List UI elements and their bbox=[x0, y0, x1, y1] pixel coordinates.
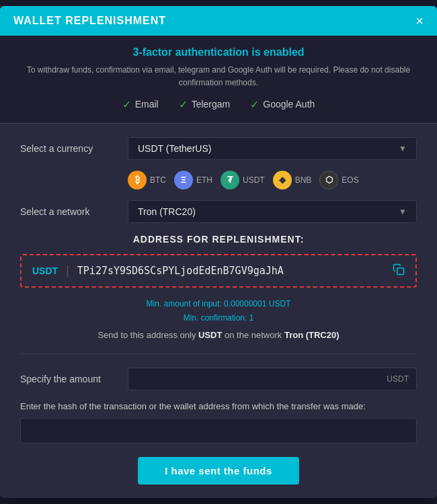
address-section-title: ADDRESS FOR REPLENISHMENT: bbox=[20, 234, 417, 245]
currency-icon-eth[interactable]: Ξ ETH bbox=[174, 171, 212, 190]
currency-icons: ₿ BTC Ξ ETH ₮ USDT ◆ BNB ⬡ EOS bbox=[128, 171, 417, 190]
send-notice-prefix: Send to this address only bbox=[97, 330, 198, 340]
currency-icon-eos[interactable]: ⬡ EOS bbox=[319, 171, 358, 190]
currency-icon-bnb[interactable]: ◆ BNB bbox=[273, 171, 312, 190]
coin-bnb-label: BNB bbox=[295, 175, 312, 185]
network-dropdown[interactable]: Tron (TRC20) ▼ bbox=[128, 200, 417, 223]
min-info: Min. amount of input: 0.00000001 USDT Mi… bbox=[20, 297, 417, 326]
currency-chevron-icon: ▼ bbox=[399, 144, 407, 153]
coin-usdt-circle: ₮ bbox=[221, 171, 239, 190]
copy-icon[interactable] bbox=[393, 263, 405, 278]
amount-input-wrapper: USDT bbox=[128, 368, 417, 390]
coin-eos-label: EOS bbox=[342, 175, 358, 185]
auth-method-googleauth: ✓ Google Auth bbox=[250, 98, 315, 111]
svg-rect-0 bbox=[397, 267, 404, 274]
amount-suffix: USDT bbox=[387, 374, 409, 384]
currency-label: Select a currency bbox=[20, 143, 128, 154]
auth-method-telegram: ✓ Telergam bbox=[179, 98, 231, 111]
send-notice: Send to this address only USDT on the ne… bbox=[20, 330, 417, 340]
address-box: USDT | TPi27sY9SD6SCsPYLjodEdEnB7GV9gaJh… bbox=[20, 254, 417, 288]
auth-title: 3-factor authentication is enabled bbox=[20, 46, 417, 58]
network-row: Select a network Tron (TRC20) ▼ bbox=[20, 200, 417, 223]
coin-eth-label: ETH bbox=[196, 175, 212, 185]
network-label: Select a network bbox=[20, 206, 128, 217]
currency-selected: USDT (TetherUS) bbox=[138, 143, 211, 154]
min-input-text: Min. amount of input: 0.00000001 USDT bbox=[20, 297, 417, 312]
send-network: Tron (TRC20) bbox=[284, 330, 340, 340]
auth-methods: ✓ Email ✓ Telergam ✓ Google Auth bbox=[20, 98, 417, 111]
auth-description: To withdraw funds, confirmation via emai… bbox=[20, 64, 417, 89]
address-divider: | bbox=[66, 263, 69, 278]
send-notice-mid: on the network bbox=[222, 330, 284, 340]
auth-method-googleauth-label: Google Auth bbox=[263, 99, 315, 110]
amount-input[interactable] bbox=[128, 368, 417, 390]
currency-dropdown[interactable]: USDT (TetherUS) ▼ bbox=[128, 137, 417, 160]
submit-button[interactable]: I have sent the funds bbox=[138, 457, 299, 485]
min-confirmation-text: Min. confirmation: 1 bbox=[20, 311, 417, 326]
hash-label: Enter the hash of the transaction or the… bbox=[20, 401, 417, 411]
modal-header: WALLET REPLENISHMENT × bbox=[0, 6, 437, 36]
hash-input[interactable] bbox=[20, 418, 417, 444]
coin-btc-label: BTC bbox=[150, 175, 166, 185]
close-button[interactable]: × bbox=[415, 14, 424, 28]
modal-title: WALLET REPLENISHMENT bbox=[13, 15, 166, 27]
currency-icon-usdt[interactable]: ₮ USDT bbox=[221, 171, 265, 190]
send-currency: USDT bbox=[198, 330, 222, 340]
divider bbox=[20, 353, 417, 354]
check-icon-googleauth: ✓ bbox=[250, 98, 259, 111]
coin-usdt-label: USDT bbox=[243, 175, 265, 185]
amount-row: Specify the amount USDT bbox=[20, 368, 417, 390]
coin-eos-circle: ⬡ bbox=[319, 171, 338, 190]
wallet-replenishment-modal: WALLET REPLENISHMENT × 3-factor authenti… bbox=[0, 6, 437, 498]
currency-row: Select a currency USDT (TetherUS) ▼ bbox=[20, 137, 417, 160]
check-icon-telegram: ✓ bbox=[179, 98, 188, 111]
currency-icon-btc[interactable]: ₿ BTC bbox=[128, 171, 166, 190]
network-selected: Tron (TRC20) bbox=[138, 206, 196, 217]
coin-bnb-circle: ◆ bbox=[273, 171, 292, 190]
address-currency-label: USDT bbox=[32, 265, 58, 276]
check-icon-email: ✓ bbox=[122, 98, 131, 111]
auth-method-email-label: Email bbox=[135, 99, 159, 110]
auth-method-email: ✓ Email bbox=[122, 98, 159, 111]
coin-btc-circle: ₿ bbox=[128, 171, 147, 190]
modal-body: Select a currency USDT (TetherUS) ▼ ₿ BT… bbox=[0, 124, 437, 498]
auth-method-telegram-label: Telergam bbox=[192, 99, 231, 110]
coin-eth-circle: Ξ bbox=[174, 171, 193, 190]
amount-label: Specify the amount bbox=[20, 374, 128, 384]
network-chevron-icon: ▼ bbox=[399, 207, 407, 216]
auth-banner: 3-factor authentication is enabled To wi… bbox=[0, 36, 437, 123]
address-value: TPi27sY9SD6SCsPYLjodEdEnB7GV9gaJhA bbox=[77, 265, 385, 277]
